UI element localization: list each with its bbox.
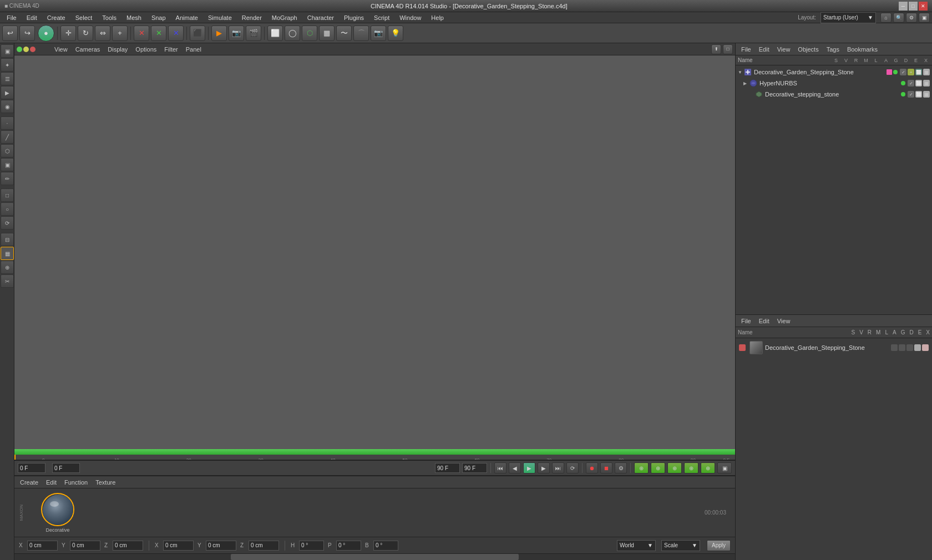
obj-mode-z-btn[interactable]: ✕ xyxy=(168,26,184,41)
viewport-container[interactable]: View Cameras Display Options Filter Pane… xyxy=(14,43,735,449)
menu-script[interactable]: Script xyxy=(369,13,394,22)
scale-dropdown[interactable]: Scale ▼ xyxy=(661,540,700,551)
x-field[interactable]: 0 cm xyxy=(27,541,58,551)
maximize-button[interactable]: □ xyxy=(909,2,918,11)
y2-field[interactable]: 0 cm xyxy=(206,541,236,551)
sidebar-sculpt-btn[interactable]: ✦ xyxy=(1,58,14,72)
light-btn[interactable]: 💡 xyxy=(388,26,403,41)
menu-create[interactable]: Create xyxy=(43,13,70,22)
y-field[interactable]: 0 cm xyxy=(70,541,100,551)
sidebar-poly-btn[interactable]: ⬡ xyxy=(1,144,14,157)
scale-tool-btn[interactable]: ⇔ xyxy=(95,26,110,41)
mat-create-menu[interactable]: Create xyxy=(17,478,42,487)
sidebar-model-btn[interactable]: ▣ xyxy=(1,44,14,58)
sidebar-obj-btn[interactable]: ▣ xyxy=(1,158,14,171)
sidebar-knife-btn[interactable]: ✂ xyxy=(1,274,14,288)
goto-end-btn[interactable]: ⏭ xyxy=(552,462,564,474)
menu-plugins[interactable]: Plugins xyxy=(340,13,368,22)
menu-snap[interactable]: Snap xyxy=(147,13,170,22)
obj-row-stepping-stone[interactable]: ▼ Decorative_Garden_Stepping_Stone ✓ + xyxy=(736,67,932,78)
timeline-playhead[interactable] xyxy=(14,455,16,460)
menu-mograph[interactable]: MoGraph xyxy=(267,13,302,22)
z2-field[interactable]: 0 cm xyxy=(249,541,279,551)
nurbs-btn[interactable]: 〜 xyxy=(336,26,352,41)
play-btn[interactable]: ▶ xyxy=(523,462,535,474)
obj-row-stepping-stone-2[interactable]: ▶ Decorative_stepping_stone ✓ ⬜ ▦ xyxy=(736,89,932,100)
plane-btn[interactable]: ▦ xyxy=(319,26,335,41)
key-all-btn[interactable]: ⊕ xyxy=(684,462,698,474)
sidebar-snap-btn[interactable]: ⊕ xyxy=(1,261,14,274)
apply-button[interactable]: Apply xyxy=(707,540,731,551)
mat-view-menu[interactable]: View xyxy=(774,317,794,325)
b-field[interactable]: 0 ° xyxy=(373,541,398,551)
key-params-btn[interactable]: ⊕ xyxy=(701,462,715,474)
key-pos-btn[interactable]: ⊕ xyxy=(634,462,649,474)
add-btn[interactable]: + xyxy=(112,26,128,41)
mat-file-menu[interactable]: File xyxy=(738,317,754,325)
x2-field[interactable]: 0 cm xyxy=(163,541,194,551)
obj-objects-menu[interactable]: Objects xyxy=(794,45,822,54)
loop-btn[interactable]: ⟳ xyxy=(566,462,579,474)
mode-select-btn[interactable]: ● xyxy=(38,25,54,42)
viewport-menu-view[interactable]: View xyxy=(51,45,71,54)
current-frame-field2[interactable]: 0 F xyxy=(52,463,80,473)
sidebar-sel3-btn[interactable]: ⟳ xyxy=(1,216,14,230)
spline-btn[interactable]: ⌒ xyxy=(353,26,369,41)
material-thumb-decorative[interactable]: Decorative xyxy=(41,493,74,533)
sidebar-render-btn[interactable]: ◉ xyxy=(1,100,14,113)
viewport-menu-display[interactable]: Display xyxy=(104,45,131,54)
prev-frame-btn[interactable]: ◀ xyxy=(509,462,521,474)
layout-dropdown[interactable]: Startup (User) ▼ xyxy=(820,12,876,23)
sidebar-point-btn[interactable]: · xyxy=(1,116,14,130)
layout-home-btn[interactable]: ⌂ xyxy=(880,13,892,23)
rotate-tool-btn[interactable]: ↻ xyxy=(78,26,93,41)
world-dropdown[interactable]: World ▼ xyxy=(617,540,656,551)
obj-view-menu[interactable]: View xyxy=(774,45,794,54)
render-picture-btn[interactable]: 📷 xyxy=(229,26,244,41)
vp-expand-btn[interactable]: ⬆ xyxy=(711,44,721,54)
menu-mesh[interactable]: Mesh xyxy=(122,13,146,22)
auto-key-btn[interactable]: ⚙ xyxy=(615,462,627,474)
mat-edit-menu[interactable]: Edit xyxy=(756,317,773,325)
viewport-menu-options[interactable]: Options xyxy=(132,45,160,54)
render-region-btn[interactable]: ⬛ xyxy=(190,26,205,41)
obj-edit-menu[interactable]: Edit xyxy=(756,45,773,54)
menu-tools[interactable]: Tools xyxy=(98,13,121,22)
menu-help[interactable]: Help xyxy=(427,13,448,22)
p-field[interactable]: 0 ° xyxy=(336,541,361,551)
key-rot-btn[interactable]: ⊕ xyxy=(651,462,665,474)
sidebar-brush-btn[interactable]: ✏ xyxy=(1,172,14,185)
key-scale-btn[interactable]: ⊕ xyxy=(667,462,682,474)
mat-row-stepping-stone[interactable]: Decorative_Garden_Stepping_Stone xyxy=(738,340,930,355)
scrollbar-thumb[interactable] xyxy=(231,554,519,560)
camera-btn[interactable]: 📷 xyxy=(371,26,386,41)
current-frame-field[interactable]: 0 F xyxy=(18,463,45,473)
next-frame-btn[interactable]: ▶ xyxy=(538,462,550,474)
close-button[interactable]: ✕ xyxy=(919,2,928,11)
obj-file-menu[interactable]: File xyxy=(738,45,754,54)
menu-file[interactable]: File xyxy=(2,13,21,22)
undo-button[interactable]: ↩ xyxy=(2,26,18,41)
horizontal-scrollbar[interactable] xyxy=(14,553,735,560)
mat-texture-menu[interactable]: Texture xyxy=(92,478,119,487)
obj-bookmarks-menu[interactable]: Bookmarks xyxy=(844,45,881,54)
mat-function-menu[interactable]: Function xyxy=(61,478,91,487)
layout-settings-btn[interactable]: ⚙ xyxy=(906,13,917,23)
layout-expand-btn[interactable]: ▣ xyxy=(919,13,930,23)
menu-character[interactable]: Character xyxy=(303,13,338,22)
sidebar-sel1-btn[interactable]: □ xyxy=(1,189,14,202)
minimize-button[interactable]: ─ xyxy=(899,2,908,11)
mat-edit-menu[interactable]: Edit xyxy=(43,478,60,487)
sphere-btn[interactable]: ◯ xyxy=(285,26,300,41)
stop-btn[interactable]: ⏹ xyxy=(600,462,612,474)
obj-tags-menu[interactable]: Tags xyxy=(823,45,843,54)
vp-fullscreen-btn[interactable]: □ xyxy=(723,44,733,54)
sidebar-mirror-btn[interactable]: ⊟ xyxy=(1,233,14,246)
move-tool-btn[interactable]: ✛ xyxy=(60,26,76,41)
record-btn[interactable]: ⏺ xyxy=(586,462,598,474)
goto-start-btn[interactable]: ⏮ xyxy=(494,462,506,474)
menu-edit[interactable]: Edit xyxy=(22,13,42,22)
layout-search-btn[interactable]: 🔍 xyxy=(893,13,904,23)
obj-mode-y-btn[interactable]: ✕ xyxy=(151,26,166,41)
menu-simulate[interactable]: Simulate xyxy=(204,13,236,22)
